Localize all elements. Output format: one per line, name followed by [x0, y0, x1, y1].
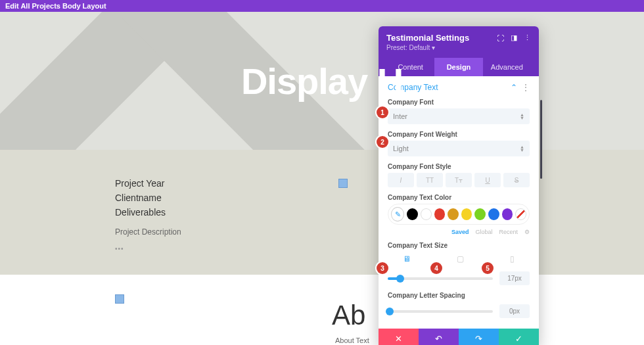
tablet-icon[interactable]: ▢	[457, 254, 464, 264]
style-label: Company Font Style	[388, 163, 530, 170]
undo-button[interactable]: ↶	[419, 329, 459, 345]
kebab-icon[interactable]: ⋮	[524, 34, 531, 42]
section-toggle[interactable]: Company Text ⌃ ⋮	[388, 83, 530, 92]
project-description: Project Description	[115, 225, 332, 239]
project-year: Project Year	[115, 176, 332, 191]
expand-icon[interactable]: ⛶	[497, 34, 504, 42]
color-swatch[interactable]	[407, 208, 418, 220]
panel-title: Testimonial Settings	[386, 33, 469, 43]
project-client: Clientname	[115, 191, 332, 205]
letter-spacing-value[interactable]: 0px	[499, 304, 530, 318]
project-meta: Project Year Clientname Deliverables Pro…	[115, 176, 332, 275]
device-tabs: 🖥 ▢ ▯	[388, 252, 530, 266]
top-bar: Edit All Projects Body Layout	[0, 0, 644, 12]
image-placeholder-icon[interactable]	[338, 179, 348, 188]
panel-body: Company Text ⌃ ⋮ Company Font Inter ▲▼ C…	[379, 76, 539, 329]
color-swatch[interactable]	[488, 208, 499, 220]
redo-button[interactable]: ↷	[459, 329, 499, 345]
about-section: Ab About Text	[0, 275, 644, 345]
callout-badge-4: 4	[430, 262, 442, 274]
tab-design[interactable]: Design	[434, 58, 482, 76]
font-select[interactable]: Inter ▲▼	[388, 108, 530, 124]
tab-saved[interactable]: Saved	[451, 229, 469, 235]
select-arrows-icon: ▲▼	[520, 145, 524, 152]
color-label: Company Text Color	[388, 194, 530, 201]
smallcaps-button[interactable]: Tᴛ	[446, 173, 472, 187]
uppercase-button[interactable]: TT	[417, 173, 443, 187]
project-deliverables: Deliverables	[115, 205, 332, 219]
callout-badge-5: 5	[482, 262, 494, 274]
color-source-tabs: Saved Global Recent ⚙	[388, 229, 530, 235]
text-size-slider[interactable]	[388, 277, 493, 280]
weight-select[interactable]: Light ▲▼	[388, 141, 530, 156]
gear-icon[interactable]: ⚙	[524, 229, 530, 235]
eyedropper-icon[interactable]: ✎	[391, 207, 404, 221]
image-placeholder-icon[interactable]	[115, 294, 124, 304]
callout-badge-2: 2	[377, 136, 388, 148]
preset-selector[interactable]: Preset: Default ▾	[386, 44, 531, 51]
italic-button[interactable]: I	[388, 173, 414, 187]
kebab-icon[interactable]: ⋮	[522, 83, 530, 92]
chevron-up-icon: ⌃	[511, 83, 517, 92]
phone-icon[interactable]: ▯	[510, 254, 515, 264]
scrollbar[interactable]	[540, 100, 542, 179]
font-style-group: I TT Tᴛ U S	[388, 173, 530, 187]
color-swatch[interactable]	[434, 208, 446, 220]
callout-badge-3: 3	[377, 262, 388, 274]
panel-footer: ✕ ↶ ↷ ✓	[379, 329, 539, 345]
panel-tabs: Content Design Advanced	[386, 58, 531, 76]
tab-advanced[interactable]: Advanced	[483, 58, 531, 76]
underline-button[interactable]: U	[474, 173, 501, 187]
letter-spacing-slider[interactable]	[388, 310, 493, 313]
cancel-button[interactable]: ✕	[379, 329, 419, 345]
snap-icon[interactable]: ◨	[511, 34, 517, 42]
select-arrows-icon: ▲▼	[520, 113, 524, 120]
hero-title: Display H	[241, 60, 403, 103]
spacing-label: Company Letter Spacing	[388, 292, 530, 299]
weight-label: Company Font Weight	[388, 131, 530, 138]
size-label: Company Text Size	[388, 242, 530, 249]
tab-recent[interactable]: Recent	[499, 229, 518, 235]
hero-section: Display H	[0, 12, 644, 150]
font-label: Company Font	[388, 99, 530, 106]
topbar-title: Edit All Projects Body Layout	[5, 2, 106, 10]
color-swatch[interactable]	[461, 208, 472, 220]
ellipsis-icon[interactable]: •••	[115, 242, 332, 256]
color-swatch[interactable]	[448, 208, 459, 220]
callout-badge-1: 1	[377, 106, 388, 118]
strike-button[interactable]: S	[503, 173, 530, 187]
color-swatches: ✎	[388, 204, 530, 225]
color-swatch[interactable]	[474, 208, 486, 220]
save-button[interactable]: ✓	[499, 329, 539, 345]
no-color-swatch[interactable]	[515, 208, 526, 220]
color-swatch[interactable]	[421, 208, 432, 220]
tab-global[interactable]: Global	[475, 229, 492, 235]
text-size-value[interactable]: 17px	[499, 271, 530, 285]
desktop-icon[interactable]: 🖥	[403, 254, 411, 264]
project-band: Project Year Clientname Deliverables Pro…	[0, 150, 644, 275]
color-swatch[interactable]	[502, 208, 513, 220]
